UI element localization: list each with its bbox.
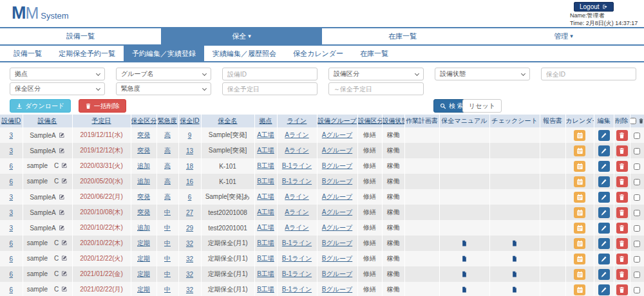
row-select-checkbox[interactable] xyxy=(634,148,640,154)
row-select-checkbox[interactable] xyxy=(634,225,640,232)
cell-link-line[interactable]: Aライン xyxy=(285,208,308,216)
delete-selected-icon[interactable] xyxy=(638,118,644,124)
cell-link-equip_id[interactable]: 6 xyxy=(9,163,13,170)
row-delete-button[interactable] xyxy=(616,223,628,234)
row-calendar-button[interactable] xyxy=(574,176,585,187)
row-edit-button[interactable] xyxy=(598,269,610,280)
cell-link-category[interactable]: 追加 xyxy=(137,162,150,169)
col-header-equip_name[interactable]: 設備名 xyxy=(23,115,72,127)
row-calendar-button[interactable] xyxy=(574,130,585,141)
file-icon[interactable] xyxy=(511,286,518,293)
cell-link-urgency[interactable]: 高 xyxy=(164,162,171,169)
cell-link-urgency[interactable]: 中 xyxy=(164,224,171,231)
cell-link-equip_id[interactable]: 3 xyxy=(9,147,13,154)
row-delete-button[interactable] xyxy=(616,192,628,203)
filter-field-date-from[interactable] xyxy=(222,82,317,95)
col-header-equip_id[interactable]: 設備ID xyxy=(0,115,23,127)
equipment-edit-icon[interactable] xyxy=(56,194,65,201)
filter-select-equip-status[interactable]: 設備状態 xyxy=(435,68,530,80)
cell-link-category[interactable]: 突発 xyxy=(137,131,150,138)
cell-link-line[interactable]: Aライン xyxy=(285,131,308,138)
col-header-urgency[interactable]: 緊急度 xyxy=(156,115,178,127)
row-edit-button[interactable] xyxy=(598,223,610,234)
document-file-icon[interactable] xyxy=(461,255,468,262)
cell-link-line[interactable]: B-1ライン xyxy=(282,255,312,262)
cell-link-line[interactable]: Aライン xyxy=(285,224,308,231)
cell-link-equip_id[interactable]: 6 xyxy=(9,286,13,293)
sub-tab-periodic-reservation-list[interactable]: 定期保全予約一覧 xyxy=(50,46,124,61)
equipment-edit-icon[interactable] xyxy=(56,225,65,232)
cell-link-maint_id[interactable]: 32 xyxy=(186,240,193,247)
col-header-equip_status[interactable]: 設備状態 xyxy=(382,115,404,127)
row-calendar-button[interactable] xyxy=(574,145,585,156)
document-file-icon[interactable] xyxy=(511,239,518,246)
col-header-maint_name[interactable]: 保全名 xyxy=(201,115,254,127)
document-file-icon[interactable] xyxy=(511,270,518,277)
cell-link-equip_id[interactable]: 6 xyxy=(9,255,13,263)
row-delete-button[interactable] xyxy=(616,130,628,141)
document-file-icon[interactable] xyxy=(461,270,468,277)
cell-link-site[interactable]: A工場 xyxy=(257,147,274,154)
row-edit-button[interactable] xyxy=(598,254,610,264)
filter-input-date-from[interactable] xyxy=(227,86,312,93)
cell-link-category[interactable]: 追加 xyxy=(137,178,150,185)
row-delete-button[interactable] xyxy=(616,238,628,249)
cell-link-category[interactable]: 突発 xyxy=(137,208,150,216)
document-file-icon[interactable] xyxy=(511,286,518,293)
cell-link-urgency[interactable]: 中 xyxy=(164,208,171,216)
row-delete-button[interactable] xyxy=(616,254,628,264)
cell-link-maint_id[interactable]: 29 xyxy=(186,225,193,232)
equipment-edit-icon[interactable] xyxy=(59,255,68,262)
logout-button[interactable]: Logout xyxy=(574,2,614,12)
row-edit-button[interactable] xyxy=(598,284,610,295)
cell-link-urgency[interactable]: 中 xyxy=(164,270,171,277)
edit-icon[interactable] xyxy=(59,132,65,138)
row-delete-button[interactable] xyxy=(616,269,628,280)
cell-link-urgency[interactable]: 高 xyxy=(164,178,171,185)
row-edit-button[interactable] xyxy=(598,238,610,249)
filter-select-group-name[interactable]: グループ名 xyxy=(116,68,211,80)
row-select-checkbox[interactable] xyxy=(634,272,640,278)
sub-tab-result-edit-history[interactable]: 実績編集／履歴照会 xyxy=(204,46,285,61)
cell-link-group[interactable]: Bグループ xyxy=(322,270,352,277)
col-header-category[interactable]: 保全区分 xyxy=(131,115,156,127)
row-delete-button[interactable] xyxy=(616,207,628,218)
sub-tab-equipment-list[interactable]: 設備一覧 xyxy=(5,46,50,61)
cell-link-group[interactable]: Bグループ xyxy=(322,286,352,293)
bulk-delete-button[interactable]: 一括削除 xyxy=(79,99,126,113)
col-header-equip_class[interactable]: 設備区分 xyxy=(357,115,382,127)
main-tab-admin[interactable]: 管理 ▾ xyxy=(483,28,644,44)
sub-tab-reservation-edit-result-entry[interactable]: 予約編集／実績登録 xyxy=(124,46,204,61)
edit-icon[interactable] xyxy=(59,194,65,200)
edit-icon[interactable] xyxy=(61,255,68,261)
document-file-icon[interactable] xyxy=(461,239,468,246)
cell-link-equip_id[interactable]: 3 xyxy=(9,209,13,216)
cell-link-category[interactable]: 突発 xyxy=(137,147,150,154)
cell-link-equip_id[interactable]: 3 xyxy=(9,132,13,139)
filter-select-maint-category[interactable]: 保全区分 xyxy=(10,82,105,95)
equipment-edit-icon[interactable] xyxy=(59,286,68,293)
edit-icon[interactable] xyxy=(59,147,65,154)
cell-link-site[interactable]: A工場 xyxy=(257,208,274,216)
cell-link-site[interactable]: A工場 xyxy=(257,224,274,231)
row-select-checkbox[interactable] xyxy=(634,210,640,216)
cell-link-group[interactable]: Bグループ xyxy=(322,239,352,246)
cell-link-equip_id[interactable]: 6 xyxy=(9,271,13,278)
row-edit-button[interactable] xyxy=(598,176,610,187)
equipment-edit-icon[interactable] xyxy=(59,178,68,185)
row-edit-button[interactable] xyxy=(598,145,610,156)
row-delete-button[interactable] xyxy=(616,145,628,156)
main-tab-inventory-list[interactable]: 在庫一覧 xyxy=(322,28,483,44)
cell-link-urgency[interactable]: 高 xyxy=(164,193,171,200)
row-select-checkbox[interactable] xyxy=(634,256,640,263)
reset-button[interactable]: リセット xyxy=(462,99,502,113)
equipment-edit-icon[interactable] xyxy=(56,132,65,139)
filter-input-maint-id[interactable] xyxy=(546,71,631,78)
filter-field-date-to[interactable] xyxy=(328,82,424,95)
cell-link-group[interactable]: Bグループ xyxy=(322,255,352,262)
filter-field-equip-id[interactable] xyxy=(222,68,317,80)
cell-link-line[interactable]: B-1ライン xyxy=(282,270,312,277)
cell-link-group[interactable]: Bグループ xyxy=(322,178,352,185)
cell-link-urgency[interactable]: 高 xyxy=(164,131,171,138)
col-header-site[interactable]: 拠点 xyxy=(254,115,277,127)
